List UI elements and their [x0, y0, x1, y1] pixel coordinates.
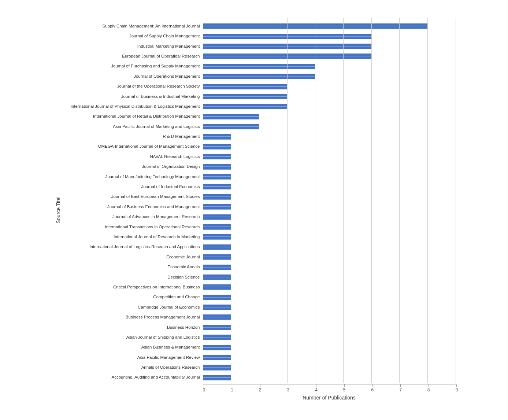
- bar-label: Journal of Organization Design: [64, 164, 203, 169]
- bar-track-wrapper: [203, 162, 456, 172]
- bar-track: [203, 102, 456, 111]
- x-axis-tick: 5: [343, 384, 346, 393]
- bar-fill: [203, 74, 315, 79]
- bar-track: [203, 62, 456, 71]
- bar-row: Journal of Business Economics and Manage…: [64, 202, 456, 212]
- bar-label: Journal of Supply Chain Management: [64, 34, 203, 39]
- bar-fill: [203, 275, 231, 280]
- x-tick-line: [400, 384, 401, 387]
- x-tick-label: 8: [427, 387, 430, 393]
- bar-track-wrapper: [203, 81, 456, 91]
- bar-fill: [203, 174, 231, 180]
- x-tick-label: 3: [287, 387, 290, 393]
- x-axis-tick: 8: [427, 384, 430, 393]
- bar-track-wrapper: [203, 71, 456, 81]
- x-tick-line: [344, 384, 345, 387]
- bar-track-wrapper: [203, 41, 456, 51]
- bar-label: R & D Management: [64, 134, 203, 139]
- bar-track-wrapper: [203, 343, 456, 353]
- x-axis-section: 0123456789 Number of Publications: [203, 384, 456, 402]
- bar-row: Business Horizon: [64, 323, 456, 332]
- bar-fill: [203, 184, 231, 189]
- bar-track: [203, 343, 456, 353]
- bar-track: [203, 142, 456, 152]
- bar-row: Journal of the Operational Research Soci…: [64, 81, 456, 91]
- bar-row: International Transactions in Operationa…: [64, 222, 456, 232]
- bar-track-wrapper: [203, 302, 456, 312]
- bar-track: [203, 212, 456, 222]
- bar-track: [203, 152, 456, 162]
- bar-row: OMEGA-International Journal of Managemen…: [64, 142, 456, 152]
- bar-fill: [203, 314, 231, 320]
- bar-track-wrapper: [203, 62, 456, 71]
- bar-fill: [203, 124, 259, 129]
- bar-row: Asian Business & Management: [64, 343, 456, 353]
- bar-track: [203, 332, 456, 342]
- bar-track: [203, 41, 456, 51]
- bar-track: [203, 262, 456, 272]
- bar-label: International Journal of Logistics-Resea…: [64, 244, 203, 250]
- bar-track-wrapper: [203, 282, 456, 292]
- bar-label: European Journal of Operatioal Research: [64, 54, 203, 59]
- bar-track-wrapper: [203, 21, 456, 31]
- bar-fill: [203, 114, 259, 119]
- bar-track-wrapper: [203, 323, 456, 332]
- x-tick-label: 9: [456, 387, 458, 393]
- bar-label: International Journal of Retail & Distri…: [64, 114, 203, 119]
- bar-label: Accounting, Auditing and Accountability …: [64, 375, 203, 380]
- bar-track: [203, 272, 456, 282]
- bar-row: European Journal of Operatioal Research: [64, 51, 456, 61]
- bar-label: Decision Science: [64, 275, 203, 280]
- bar-label: Supply Chain Management: An Internationa…: [64, 24, 203, 29]
- bar-track-wrapper: [203, 222, 456, 232]
- bar-track: [203, 202, 456, 212]
- bar-track-wrapper: [203, 202, 456, 212]
- bar-fill: [203, 84, 287, 89]
- bar-fill: [203, 214, 231, 220]
- bar-row: Cambridge Journal of Economics: [64, 302, 456, 312]
- x-tick-label: 0: [203, 387, 205, 393]
- bar-row: Asia Pacific Management Review: [64, 353, 456, 362]
- bar-track-wrapper: [203, 242, 456, 252]
- bar-row: Journal of Business & Industrial Marketi…: [64, 92, 456, 102]
- bar-fill: [203, 144, 231, 150]
- bar-track-wrapper: [203, 182, 456, 192]
- bar-label: Journal of Manufacturing Technology Mana…: [64, 174, 203, 180]
- bar-fill: [203, 254, 231, 260]
- bar-track-wrapper: [203, 252, 456, 262]
- bar-row: Decision Science: [64, 272, 456, 282]
- bar-row: Accounting, Auditing and Accountability …: [64, 373, 456, 383]
- bar-track-wrapper: [203, 332, 456, 342]
- bar-fill: [203, 284, 231, 290]
- bar-label: Journal of Advances in Management Resear…: [64, 214, 203, 220]
- bar-label: Asian Journal of Shipping and Logistics: [64, 335, 203, 340]
- bar-track-wrapper: [203, 152, 456, 162]
- bar-fill: [203, 94, 287, 99]
- x-axis-tick: 9: [456, 384, 458, 393]
- bar-row: Journal of Operations Management: [64, 71, 456, 81]
- bar-track-wrapper: [203, 192, 456, 202]
- bar-track: [203, 222, 456, 232]
- bar-fill: [203, 134, 231, 139]
- bar-label: Journal of Purchasing and Supply Managem…: [64, 64, 203, 69]
- x-tick-line: [204, 384, 204, 387]
- chart-area: Source Titel Supply Chain Management: An…: [53, 18, 456, 402]
- bar-track: [203, 132, 456, 141]
- bar-fill: [203, 325, 231, 330]
- bar-track: [203, 373, 456, 383]
- bar-track-wrapper: [203, 112, 456, 122]
- y-axis-label: Source Titel: [53, 18, 64, 402]
- bar-row: Journal of Advances in Management Resear…: [64, 212, 456, 222]
- bar-row: Competition and Change: [64, 292, 456, 302]
- bar-row: Journal of Industrial Economics: [64, 182, 456, 192]
- x-axis-tick: 3: [287, 384, 290, 393]
- bar-label: Business Horizon: [64, 325, 203, 330]
- bar-label: Critical Perspectives on International B…: [64, 285, 203, 290]
- bar-fill: [203, 305, 231, 310]
- bar-label: Economic Annals: [64, 265, 203, 270]
- bar-track: [203, 282, 456, 292]
- bar-track-wrapper: [203, 232, 456, 242]
- x-tick-label: 2: [259, 387, 262, 393]
- bar-fill: [203, 295, 231, 300]
- bar-track-wrapper: [203, 51, 456, 61]
